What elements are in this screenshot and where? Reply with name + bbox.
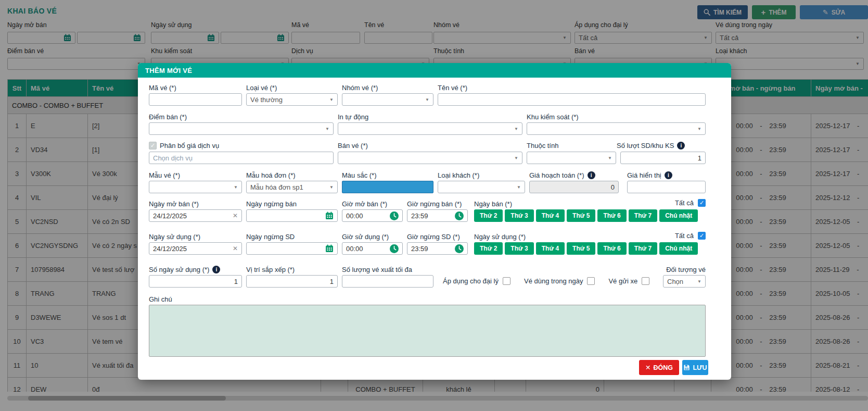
ngay-su-dung-day-buttons: Thứ 2Thứ 3Thứ 4Thứ 5Thứ 6Thứ 7Chủ nhật <box>474 242 698 255</box>
diem-ban-select[interactable]: ▼ <box>149 122 334 135</box>
label-loai-khach: Loại khách (*) <box>438 171 479 179</box>
label-so-luong-max: Số lượng vé xuất tối đa <box>342 266 412 273</box>
label-ve-gui-xe: Vé gửi xe <box>608 277 637 285</box>
label-gia-hien-thi: Giá hiển thị <box>627 171 672 179</box>
label-khu-kiem-soat: Khu kiểm soát (*) <box>527 113 579 121</box>
clock-icon[interactable] <box>455 211 464 220</box>
vi-tri-sap-xep-input[interactable]: 1 <box>246 275 338 288</box>
loai-ve-select[interactable]: Vé thường▼ <box>246 93 338 106</box>
label-in-tu-dong: In tự động <box>338 113 368 121</box>
info-icon[interactable] <box>212 266 220 273</box>
day-button[interactable]: Chủ nhật <box>659 242 698 255</box>
label-so-ngay-su-dung: Số ngày sử dụng (*) <box>149 266 220 273</box>
chevron-down-icon: ▼ <box>514 156 518 160</box>
gio-mo-ban-input[interactable]: 00:00 <box>342 209 403 222</box>
chevron-down-icon: ▼ <box>325 127 329 131</box>
label-ten-ve: Tên vé (*) <box>438 84 467 92</box>
label-ap-dung-dai-ly: Áp dụng cho đại lý <box>443 277 499 285</box>
day-button[interactable]: Chủ nhật <box>659 209 698 222</box>
tat-ca-sd-checkbox[interactable] <box>698 232 706 240</box>
clear-icon[interactable] <box>233 245 238 252</box>
day-button[interactable]: Thứ 5 <box>567 209 595 222</box>
calendar-icon[interactable] <box>325 211 334 220</box>
day-button[interactable]: Thứ 3 <box>505 209 533 222</box>
day-button[interactable]: Thứ 2 <box>474 242 503 255</box>
ma-ve-input[interactable] <box>149 93 242 106</box>
ve-dung-trong-ngay-checkbox[interactable] <box>587 277 595 285</box>
label-ngay-su-dung: Ngày sử dụng (*) <box>149 233 200 241</box>
info-icon[interactable] <box>665 171 672 179</box>
label-mau-ve: Mẫu vé (*) <box>149 171 180 179</box>
save-button-label: LƯU <box>693 364 707 371</box>
tat-ca-sd-row: Tất cả <box>637 232 706 240</box>
chevron-down-icon: ▼ <box>329 97 334 102</box>
label-ngay-ban: Ngày bán (*) <box>474 200 512 208</box>
so-luong-max-input[interactable] <box>342 275 433 288</box>
ngay-ban-day-buttons: Thứ 2Thứ 3Thứ 4Thứ 5Thứ 6Thứ 7Chủ nhật <box>474 209 698 222</box>
ap-dung-dai-ly-checkbox[interactable] <box>503 277 510 285</box>
chevron-down-icon: ▼ <box>329 185 334 190</box>
day-button[interactable]: Thứ 7 <box>629 242 657 255</box>
tat-ca-ban-row: Tất cả <box>637 199 706 207</box>
loai-khach-select[interactable]: ▼ <box>438 181 525 193</box>
modal-header: THÊM MỚI VÉ <box>138 63 731 78</box>
thuoc-tinh-select[interactable]: ▼ <box>527 152 616 164</box>
clock-icon[interactable] <box>390 211 399 220</box>
day-button[interactable]: Thứ 7 <box>629 209 657 222</box>
mau-ve-select[interactable]: ▼ <box>149 181 242 193</box>
day-button[interactable]: Thứ 4 <box>536 209 565 222</box>
day-button[interactable]: Thứ 6 <box>597 242 626 255</box>
close-button[interactable]: ĐÓNG <box>639 360 679 375</box>
so-ngay-su-dung-input[interactable]: 1 <box>149 275 242 288</box>
day-button[interactable]: Thứ 5 <box>567 242 595 255</box>
info-icon[interactable] <box>588 171 595 179</box>
chevron-down-icon: ▼ <box>608 156 612 160</box>
tat-ca-ban-checkbox[interactable] <box>698 199 706 207</box>
day-button[interactable]: Thứ 3 <box>505 242 533 255</box>
label-gia-hoach-toan: Giá hoạch toán (*) <box>529 171 595 179</box>
clock-icon[interactable] <box>455 244 464 253</box>
dich-vu-input[interactable]: Chọn dịch vụ <box>149 152 334 164</box>
color-swatch[interactable] <box>342 181 433 193</box>
ghi-chu-textarea[interactable] <box>149 305 706 357</box>
in-tu-dong-select[interactable]: ▼ <box>338 122 522 135</box>
ten-ve-input[interactable] <box>438 93 706 106</box>
label-vi-tri-sap-xep: Vị trí sắp xếp (*) <box>246 266 295 273</box>
day-button[interactable]: Thứ 2 <box>474 209 503 222</box>
mau-hoa-don-select[interactable]: Mẫu hóa đơn sp1▼ <box>246 181 338 193</box>
label-gio-ngung-ban: Giờ ngừng bán (*) <box>407 200 462 208</box>
close-icon <box>645 364 650 371</box>
gio-ngung-ban-input[interactable]: 23:59 <box>407 209 468 222</box>
label-ngay-ngung-sd: Ngày ngừng SD <box>246 233 295 241</box>
info-icon[interactable] <box>677 142 685 150</box>
phan-bo-checkbox-row: Phân bổ giá dịch vụ <box>149 142 219 150</box>
khu-kiem-soat-select[interactable]: ▼ <box>527 122 706 135</box>
ban-ve-select[interactable]: ▼ <box>338 152 522 164</box>
label-gio-ngung-sd: Giờ ngừng SD (*) <box>407 233 460 241</box>
modal-title: THÊM MỚI VÉ <box>145 67 192 74</box>
label-phan-bo: Phân bổ giá dịch vụ <box>160 142 219 150</box>
clear-icon[interactable] <box>233 212 238 219</box>
clock-icon[interactable] <box>390 244 399 253</box>
gio-su-dung-input[interactable]: 00:00 <box>342 242 403 255</box>
so-luot-input[interactable]: 1 <box>620 152 706 164</box>
doi-tuong-ve-select[interactable]: Chọn▼ <box>663 275 706 288</box>
ngay-mo-ban-input[interactable]: 24/12/2025 <box>149 209 242 222</box>
gia-hien-thi-input[interactable] <box>627 181 706 193</box>
ngay-ngung-sd-input[interactable] <box>246 242 338 255</box>
label-tat-ca: Tất cả <box>675 199 694 207</box>
chevron-down-icon: ▼ <box>425 97 429 102</box>
label-ve-dung-trong-ngay: Vé dùng trong ngày <box>524 277 583 285</box>
label-ghi-chu: Ghi chú <box>149 295 172 303</box>
ngay-ngung-ban-input[interactable] <box>246 209 338 222</box>
ve-gui-xe-checkbox[interactable] <box>642 277 649 285</box>
day-button[interactable]: Thứ 6 <box>597 209 626 222</box>
nhom-ve-select[interactable]: ▼ <box>342 93 433 106</box>
phan-bo-checkbox[interactable] <box>149 142 157 150</box>
calendar-icon[interactable] <box>325 244 334 253</box>
save-button[interactable]: LƯU <box>682 360 708 375</box>
ngay-su-dung-input[interactable]: 24/12/2025 <box>149 242 242 255</box>
gio-ngung-sd-input[interactable]: 23:59 <box>407 242 468 255</box>
day-button[interactable]: Thứ 4 <box>536 242 565 255</box>
app-window: KHAI BÁO VÉ TÌM KIẾM THÊM SỬA Ngày mở bá… <box>0 0 868 411</box>
